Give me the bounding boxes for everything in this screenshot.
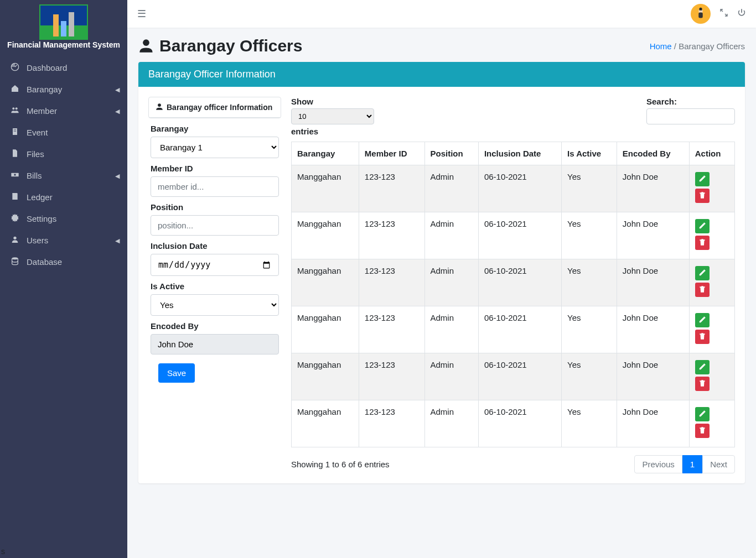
- sidebar-item-database[interactable]: Database: [0, 251, 127, 273]
- barangay-select[interactable]: Barangay 1: [151, 137, 279, 158]
- stray-text: s: [1, 547, 5, 556]
- sidebar-item-dashboard[interactable]: Dashboard: [0, 57, 127, 79]
- save-button[interactable]: Save: [158, 363, 195, 383]
- pagination-page[interactable]: 1: [682, 455, 702, 473]
- delete-button[interactable]: [695, 377, 710, 391]
- column-header[interactable]: Inclusion Date: [478, 142, 561, 165]
- delete-button[interactable]: [695, 424, 710, 438]
- entries-select[interactable]: 10: [291, 108, 374, 124]
- pencil-icon: [698, 175, 706, 184]
- edit-button[interactable]: [695, 219, 710, 233]
- svg-point-2: [15, 108, 18, 110]
- column-header[interactable]: Barangay: [292, 142, 359, 165]
- sidebar-item-barangay[interactable]: Barangay ◀: [0, 79, 127, 100]
- edit-button[interactable]: [695, 360, 710, 374]
- sidebar-item-files[interactable]: Files: [0, 143, 127, 165]
- svg-point-15: [143, 39, 149, 46]
- cell-encodedby: John Doe: [617, 165, 689, 212]
- pagination-next[interactable]: Next: [702, 455, 735, 473]
- book-icon: [10, 192, 20, 202]
- brand: Financial Management System: [0, 0, 127, 53]
- pagination-prev[interactable]: Previous: [634, 455, 682, 473]
- sidebar-item-label: Files: [27, 149, 44, 159]
- table-row: Manggahan 123-123 Admin 06-10-2021 Yes J…: [292, 353, 735, 400]
- brand-logo: [39, 4, 88, 40]
- edit-button[interactable]: [695, 313, 710, 327]
- inclusiondate-input[interactable]: [151, 254, 279, 276]
- delete-button[interactable]: [695, 330, 710, 344]
- column-header[interactable]: Encoded By: [617, 142, 689, 165]
- pencil-icon: [698, 363, 706, 372]
- cell-position: Admin: [424, 212, 478, 259]
- file-icon: [10, 149, 20, 159]
- search-input[interactable]: [646, 108, 735, 124]
- encodedby-input: [151, 334, 279, 354]
- menu-toggle-icon[interactable]: ☰: [137, 8, 146, 20]
- power-icon[interactable]: [737, 8, 746, 19]
- sidebar-item-event[interactable]: Event: [0, 122, 127, 143]
- users-icon: [10, 106, 20, 116]
- cell-inclusiondate: 06-10-2021: [478, 400, 561, 447]
- isactive-select[interactable]: Yes: [151, 294, 279, 316]
- sidebar-item-label: Users: [27, 236, 48, 245]
- cell-inclusiondate: 06-10-2021: [478, 165, 561, 212]
- user-avatar[interactable]: [691, 4, 711, 24]
- cell-encodedby: John Doe: [617, 212, 689, 259]
- home-icon: [10, 84, 20, 95]
- sidebar-item-label: Ledger: [27, 192, 53, 202]
- cell-inclusiondate: 06-10-2021: [478, 306, 561, 353]
- position-label: Position: [151, 202, 279, 212]
- sidebar-item-label: Bills: [27, 171, 42, 180]
- column-header[interactable]: Position: [424, 142, 478, 165]
- delete-button[interactable]: [695, 236, 710, 250]
- cell-action: [689, 165, 734, 212]
- building-icon: [10, 127, 20, 138]
- svg-rect-7: [15, 131, 16, 132]
- cell-action: [689, 400, 734, 447]
- svg-rect-6: [14, 131, 14, 132]
- column-header[interactable]: Member ID: [359, 142, 424, 165]
- svg-rect-4: [14, 129, 14, 130]
- pagination: Previous1Next: [634, 455, 735, 473]
- encodedby-label: Encoded By: [151, 321, 279, 331]
- edit-button[interactable]: [695, 407, 710, 421]
- memberid-input[interactable]: [151, 176, 279, 197]
- user-icon: [10, 235, 20, 246]
- form-panel: Barangay officer Information Barangay Ba…: [148, 97, 281, 390]
- position-input[interactable]: [151, 215, 279, 236]
- cell-encodedby: John Doe: [617, 400, 689, 447]
- cell-inclusiondate: 06-10-2021: [478, 259, 561, 306]
- svg-rect-5: [15, 129, 16, 130]
- cell-position: Admin: [424, 400, 478, 447]
- inclusiondate-label: Inclusion Date: [151, 241, 279, 251]
- cell-memberid: 123-123: [359, 400, 424, 447]
- content-header: Barangay Officers Home / Barangay Office…: [127, 28, 756, 62]
- topbar: ☰: [127, 0, 756, 28]
- fullscreen-icon[interactable]: [719, 8, 728, 19]
- database-icon: [10, 257, 20, 267]
- memberid-label: Member ID: [151, 164, 279, 173]
- cell-encodedby: John Doe: [617, 306, 689, 353]
- show-label-top: Show: [291, 97, 374, 106]
- column-header[interactable]: Action: [689, 142, 734, 165]
- column-header[interactable]: Is Active: [562, 142, 617, 165]
- sidebar-item-label: Settings: [27, 214, 56, 223]
- sidebar-item-bills[interactable]: Bills ◀: [0, 165, 127, 186]
- trash-icon: [698, 238, 706, 248]
- trash-icon: [698, 379, 706, 389]
- delete-button[interactable]: [695, 283, 710, 297]
- cell-action: [689, 306, 734, 353]
- sidebar-item-users[interactable]: Users ◀: [0, 230, 127, 251]
- sidebar-item-ledger[interactable]: Ledger: [0, 186, 127, 208]
- sidebar-item-settings[interactable]: Settings: [0, 208, 127, 230]
- cell-memberid: 123-123: [359, 306, 424, 353]
- breadcrumb-home[interactable]: Home: [650, 41, 672, 51]
- cell-isactive: Yes: [562, 259, 617, 306]
- sidebar-item-member[interactable]: Member ◀: [0, 100, 127, 122]
- cell-position: Admin: [424, 306, 478, 353]
- delete-button[interactable]: [695, 189, 710, 203]
- edit-button[interactable]: [695, 172, 710, 186]
- edit-button[interactable]: [695, 266, 710, 280]
- cell-barangay: Manggahan: [292, 353, 359, 400]
- sidebar-item-label: Database: [27, 257, 62, 267]
